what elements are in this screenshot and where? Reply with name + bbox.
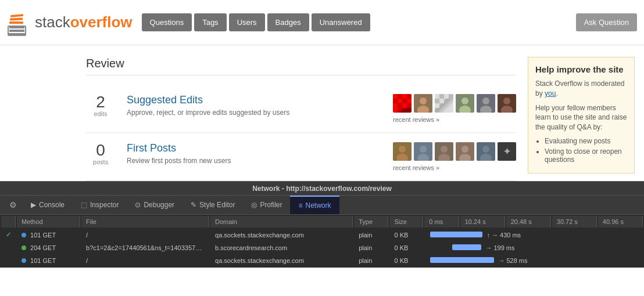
- devtools-tab-inspector[interactable]: ⬚ Inspector: [73, 196, 127, 214]
- nav-badges[interactable]: Badges: [267, 13, 309, 31]
- nav-tags[interactable]: Tags: [194, 13, 226, 31]
- th-check: [1, 216, 16, 228]
- svg-point-31: [480, 106, 492, 113]
- inspector-icon: ⬚: [81, 201, 87, 209]
- row3-file: /: [81, 255, 209, 266]
- help-you-link[interactable]: you: [545, 89, 556, 98]
- svg-rect-4: [9, 21, 23, 24]
- devtools-tab-debugger[interactable]: ⊙ Debugger: [127, 196, 183, 214]
- suggested-edits-link[interactable]: Suggested Edits: [127, 94, 203, 106]
- row2-status: 204: [30, 244, 41, 251]
- row1-type: plain: [354, 229, 388, 241]
- logo-text: stackoverflow: [35, 13, 133, 31]
- first-posts-recent-link[interactable]: recent reviews »: [393, 164, 439, 171]
- devtools-tab-style-editor[interactable]: ✎ Style Editor: [183, 196, 243, 214]
- th-timeline-10: 10.24 s: [460, 216, 505, 228]
- row1-timeline: ↑ → 430 ms: [424, 229, 643, 241]
- row2-type: plain: [354, 242, 388, 254]
- svg-point-20: [417, 106, 429, 113]
- svg-rect-7: [393, 94, 398, 99]
- suggested-edits-desc: Approve, reject, or improve edits sugges…: [127, 109, 381, 117]
- row3-domain: qa.sockets.stackexchange.com: [210, 255, 353, 266]
- timeline-bar-3: [430, 257, 494, 263]
- ask-question-button[interactable]: Ask Question: [576, 13, 637, 31]
- table-row: 204 GET b?c1=2&c2=17440561&ns_t=14033570…: [1, 242, 643, 254]
- console-label: Console: [39, 201, 65, 209]
- svg-rect-0: [9, 30, 24, 32]
- row1-status: 101: [30, 232, 41, 239]
- svg-point-36: [420, 146, 427, 153]
- suggested-edits-count: 2 edits: [86, 94, 115, 117]
- table-row: ✓ 101 GET / qa.sockets.stackexchange.com…: [1, 229, 643, 241]
- sidebar: Help improve the site Stack Overflow is …: [528, 57, 644, 181]
- th-type: Type: [354, 216, 388, 228]
- row2-verb: GET: [42, 244, 56, 251]
- devtools-tab-console[interactable]: ▶ Console: [23, 196, 73, 214]
- row2-method: 204 GET: [17, 242, 80, 254]
- suggested-edits-recent-reviews[interactable]: recent reviews »: [393, 116, 439, 123]
- help-item-1: Evaluating new posts: [545, 137, 627, 145]
- main-content: Review 2 edits Suggested Edits Approve, …: [0, 45, 644, 181]
- svg-point-43: [480, 154, 492, 161]
- devtools-settings-icon[interactable]: ⚙: [3, 196, 23, 214]
- svg-rect-26: [439, 99, 444, 103]
- svg-rect-16: [398, 103, 402, 108]
- svg-rect-10: [407, 94, 412, 99]
- svg-point-28: [461, 98, 468, 104]
- th-domain: Domain: [210, 216, 353, 228]
- style-editor-label: Style Editor: [199, 201, 235, 209]
- review-title: Review: [86, 57, 516, 75]
- fp-avatar-5: [477, 142, 495, 161]
- svg-rect-1: [9, 27, 24, 28]
- row2-check: [1, 242, 16, 254]
- svg-point-33: [501, 106, 513, 113]
- devtools-tab-network[interactable]: ≡ Network: [290, 196, 339, 214]
- profiler-icon: ◎: [251, 201, 257, 209]
- svg-point-41: [459, 154, 471, 161]
- row3-check: [1, 255, 16, 266]
- status-dot-2: [22, 246, 26, 250]
- fp-avatar-1: [393, 142, 412, 161]
- row2-size: 0 KB: [389, 242, 423, 254]
- help-item-2: Voting to close or reopen questions: [545, 147, 627, 164]
- svg-point-42: [482, 146, 489, 153]
- svg-rect-25: [435, 99, 439, 103]
- nav-users[interactable]: Users: [229, 13, 265, 31]
- suggested-edits-recent-link[interactable]: recent reviews »: [393, 116, 439, 123]
- first-posts-item: 0 posts First Posts Review first posts f…: [86, 133, 516, 181]
- th-size: Size: [389, 216, 423, 228]
- avatar-5: [477, 94, 495, 113]
- nav-questions[interactable]: Questions: [142, 13, 192, 31]
- suggested-edits-item: 2 edits Suggested Edits Approve, reject,…: [86, 85, 516, 133]
- row3-size: 0 KB: [389, 255, 423, 266]
- avatar-1: [393, 94, 412, 113]
- svg-rect-9: [402, 94, 407, 99]
- check-icon-1: ✓: [6, 231, 11, 238]
- svg-rect-18: [407, 103, 412, 108]
- inspector-label: Inspector: [90, 201, 119, 209]
- table-row: 101 GET / qa.sockets.stackexchange.com p…: [1, 255, 643, 266]
- svg-rect-6: [8, 33, 26, 35]
- network-icon: ≡: [298, 201, 302, 210]
- nav-unanswered[interactable]: Unanswered: [312, 13, 370, 31]
- svg-rect-2: [10, 14, 23, 17]
- first-posts-info: First Posts Review first posts from new …: [127, 142, 381, 165]
- devtools-tab-profiler[interactable]: ◎ Profiler: [243, 196, 290, 214]
- devtools-titlebar: Network - http://stackoverflow.com/revie…: [0, 182, 644, 196]
- row3-verb: GET: [42, 257, 56, 264]
- svg-point-30: [482, 98, 489, 104]
- th-timeline-30: 30.72 s: [552, 216, 597, 228]
- first-posts-recent-reviews[interactable]: recent reviews »: [393, 164, 439, 171]
- svg-rect-8: [398, 94, 402, 99]
- svg-rect-17: [402, 103, 407, 108]
- avatar-6: [498, 94, 516, 113]
- row1-file: /: [81, 229, 209, 241]
- review-section: Review 2 edits Suggested Edits Approve, …: [0, 57, 528, 181]
- row2-domain: b.scorecardresearch.com: [210, 242, 353, 254]
- first-posts-avatars: ✦ recent reviews »: [393, 142, 516, 171]
- first-posts-link[interactable]: First Posts: [127, 142, 176, 154]
- svg-rect-21: [435, 94, 439, 99]
- help-title: Help improve the site: [535, 64, 627, 74]
- console-icon: ▶: [31, 201, 36, 209]
- svg-point-32: [503, 98, 510, 104]
